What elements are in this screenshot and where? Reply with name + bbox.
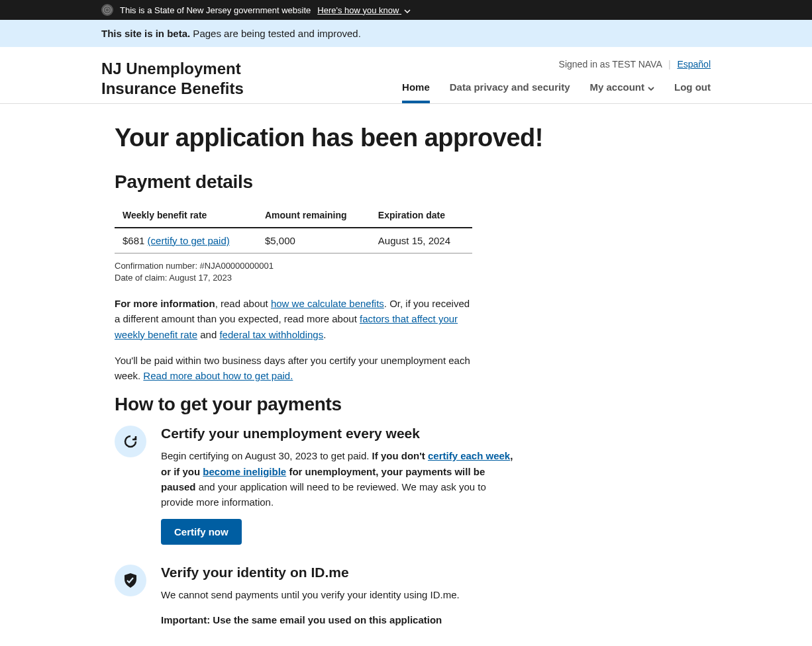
th-weekly-rate: Weekly benefit rate [115, 203, 257, 228]
nav-my-account[interactable]: My account [590, 81, 655, 103]
info-paragraph-1: For more information, read about how we … [115, 296, 472, 342]
date-of-claim: Date of claim: August 17, 2023 [115, 272, 552, 284]
cell-expiration: August 15, 2024 [370, 228, 472, 254]
chevron-down-icon [404, 5, 411, 15]
gov-banner: This is a State of New Jersey government… [0, 0, 812, 20]
nav-logout[interactable]: Log out [674, 81, 711, 103]
beta-label: This site is in beta. [101, 28, 190, 39]
step-certify-text: Begin certifying on August 30, 2023 to g… [161, 448, 519, 510]
site-title: NJ Unemployment Insurance Benefits [101, 59, 260, 99]
svg-point-1 [105, 8, 109, 12]
table-row: $681 (certify to get paid) $5,000 August… [115, 228, 472, 254]
step-verify-heading: Verify your identity on ID.me [161, 565, 538, 580]
certify-link[interactable]: (certify to get paid) [148, 235, 230, 246]
cell-remaining: $5,000 [257, 228, 370, 254]
nav-home[interactable]: Home [402, 81, 430, 103]
how-to-heading: How to get your payments [115, 394, 552, 415]
shield-check-icon [115, 565, 146, 596]
th-amount-remaining: Amount remaining [257, 203, 370, 228]
tax-withholdings-link[interactable]: federal tax withholdings [219, 329, 323, 340]
claim-meta: Confirmation number: #NJA00000000001 Dat… [115, 260, 552, 284]
step-certify: Certify your unemployment every week Beg… [115, 426, 538, 545]
language-link[interactable]: Español [677, 59, 711, 69]
signed-in-status: Signed in as TEST NAVA | Español [402, 59, 711, 69]
step-certify-heading: Certify your unemployment every week [161, 426, 538, 441]
th-expiration: Expiration date [370, 203, 472, 228]
main-nav: Home Data privacy and security My accoun… [402, 81, 711, 103]
page-title: Your application has been approved! [115, 124, 552, 153]
beta-banner: This site is in beta. Pages are being te… [0, 20, 812, 47]
main-content: Your application has been approved! Paym… [0, 104, 812, 646]
certify-each-week-link[interactable]: certify each week [428, 450, 510, 461]
site-header: NJ Unemployment Insurance Benefits Signe… [0, 47, 812, 104]
cell-weekly-rate: $681 (certify to get paid) [115, 228, 257, 254]
step-verify-text: We cannot send payments until you verify… [161, 587, 519, 602]
certify-now-button[interactable]: Certify now [161, 519, 242, 545]
nav-privacy[interactable]: Data privacy and security [450, 81, 570, 103]
confirmation-number: Confirmation number: #NJA00000000001 [115, 260, 552, 272]
read-more-paid-link[interactable]: Read more about how to get paid. [143, 370, 293, 381]
how-calculate-link[interactable]: how we calculate benefits [271, 298, 384, 309]
payment-details-heading: Payment details [115, 171, 552, 193]
payment-table: Weekly benefit rate Amount remaining Exp… [115, 203, 472, 254]
nj-seal-icon [101, 4, 113, 16]
gov-banner-text: This is a State of New Jersey government… [120, 5, 311, 15]
beta-text: Pages are being tested and improved. [190, 28, 361, 39]
become-ineligible-link[interactable]: become ineligible [203, 466, 286, 477]
step-verify: Verify your identity on ID.me We cannot … [115, 565, 538, 637]
chevron-down-icon [648, 81, 654, 93]
info-paragraph-2: You'll be paid within two business days … [115, 353, 472, 384]
svg-point-0 [103, 6, 111, 14]
refresh-icon [115, 426, 146, 457]
step-verify-important: Important: Use the same email you used o… [161, 612, 519, 627]
gov-banner-toggle[interactable]: Here's how you know [317, 5, 411, 15]
